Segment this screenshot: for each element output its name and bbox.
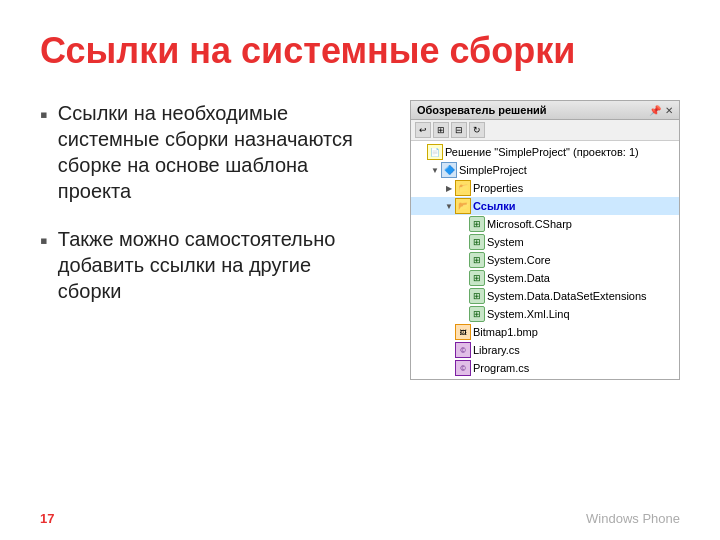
slide: Ссылки на системные сборки Ссылки на нео… — [0, 0, 720, 540]
tree-row-references[interactable]: ▼ 📂 Ссылки — [411, 197, 679, 215]
brand-label: Windows Phone — [586, 511, 680, 526]
arrow-ref-csharp — [457, 218, 469, 230]
title-buttons: 📌 ✕ — [649, 105, 673, 116]
solution-explorer-tree: 📄 Решение "SimpleProject" (проектов: 1) … — [411, 141, 679, 379]
label-file-program: Program.cs — [473, 362, 529, 374]
toolbar-icon-4[interactable]: ↻ — [469, 122, 485, 138]
label-file-bitmap: Bitmap1.bmp — [473, 326, 538, 338]
footer: 17 Windows Phone — [40, 511, 680, 526]
arrow-file-bitmap — [443, 326, 455, 338]
label-ref-system-core: System.Core — [487, 254, 551, 266]
tree-row-file-library[interactable]: © Library.cs — [411, 341, 679, 359]
arrow-solution — [415, 146, 427, 158]
toolbar-icon-3[interactable]: ⊟ — [451, 122, 467, 138]
label-ref-system-xml-linq: System.Xml.Linq — [487, 308, 570, 320]
solution-explorer-title: Обозреватель решений — [417, 104, 547, 116]
tree-row-ref-system-xml-linq[interactable]: ⊞ System.Xml.Linq — [411, 305, 679, 323]
arrow-references: ▼ — [443, 200, 455, 212]
tree-row-project[interactable]: ▼ 🔷 SimpleProject — [411, 161, 679, 179]
close-button[interactable]: ✕ — [665, 105, 673, 116]
arrow-project: ▼ — [429, 164, 441, 176]
label-references: Ссылки — [473, 200, 516, 212]
page-number: 17 — [40, 511, 54, 526]
label-solution: Решение "SimpleProject" (проектов: 1) — [445, 146, 639, 158]
toolbar-icon-2[interactable]: ⊞ — [433, 122, 449, 138]
tree-row-ref-system-data[interactable]: ⊞ System.Data — [411, 269, 679, 287]
icon-file-program: © — [455, 360, 471, 376]
tree-row-ref-csharp[interactable]: ⊞ Microsoft.CSharp — [411, 215, 679, 233]
icon-project: 🔷 — [441, 162, 457, 178]
solution-explorer-toolbar: ↩ ⊞ ⊟ ↻ — [411, 120, 679, 141]
icon-ref-csharp: ⊞ — [469, 216, 485, 232]
tree-row-properties[interactable]: ▶ 📁 Properties — [411, 179, 679, 197]
label-file-library: Library.cs — [473, 344, 520, 356]
tree-row-file-program[interactable]: © Program.cs — [411, 359, 679, 377]
icon-solution: 📄 — [427, 144, 443, 160]
icon-ref-system-core: ⊞ — [469, 252, 485, 268]
arrow-properties: ▶ — [443, 182, 455, 194]
pin-button[interactable]: 📌 — [649, 105, 661, 116]
solution-explorer-panel: Обозреватель решений 📌 ✕ ↩ ⊞ ⊟ ↻ 📄 Решен… — [410, 100, 680, 380]
bullet-text-1: Ссылки на необходимые системные сборки н… — [58, 100, 380, 204]
solution-explorer-titlebar: Обозреватель решений 📌 ✕ — [411, 101, 679, 120]
icon-properties-folder: 📁 — [455, 180, 471, 196]
label-ref-system-data: System.Data — [487, 272, 550, 284]
bullet-item-1: Ссылки на необходимые системные сборки н… — [40, 100, 380, 204]
arrow-ref-system-xml-linq — [457, 308, 469, 320]
label-ref-csharp: Microsoft.CSharp — [487, 218, 572, 230]
icon-file-library: © — [455, 342, 471, 358]
label-project: SimpleProject — [459, 164, 527, 176]
tree-row-file-bitmap[interactable]: 🖼 Bitmap1.bmp — [411, 323, 679, 341]
label-ref-system: System — [487, 236, 524, 248]
icon-ref-system-data-dse: ⊞ — [469, 288, 485, 304]
toolbar-icon-1[interactable]: ↩ — [415, 122, 431, 138]
slide-title: Ссылки на системные сборки — [40, 30, 680, 72]
bullet-text-2: Также можно самостоятельно добавить ссыл… — [58, 226, 380, 304]
icon-ref-system-xml-linq: ⊞ — [469, 306, 485, 322]
tree-row-ref-system-core[interactable]: ⊞ System.Core — [411, 251, 679, 269]
label-ref-system-data-dse: System.Data.DataSetExtensions — [487, 290, 647, 302]
arrow-file-library — [443, 344, 455, 356]
bullet-list: Ссылки на необходимые системные сборки н… — [40, 100, 380, 326]
tree-row-solution[interactable]: 📄 Решение "SimpleProject" (проектов: 1) — [411, 143, 679, 161]
arrow-ref-system — [457, 236, 469, 248]
tree-row-ref-system[interactable]: ⊞ System — [411, 233, 679, 251]
content-area: Ссылки на необходимые системные сборки н… — [40, 100, 680, 380]
arrow-ref-system-data — [457, 272, 469, 284]
bullet-item-2: Также можно самостоятельно добавить ссыл… — [40, 226, 380, 304]
arrow-ref-system-data-dse — [457, 290, 469, 302]
label-properties: Properties — [473, 182, 523, 194]
tree-row-ref-system-data-dse[interactable]: ⊞ System.Data.DataSetExtensions — [411, 287, 679, 305]
arrow-file-program — [443, 362, 455, 374]
icon-ref-system-data: ⊞ — [469, 270, 485, 286]
arrow-ref-system-core — [457, 254, 469, 266]
icon-references-folder: 📂 — [455, 198, 471, 214]
icon-file-bitmap: 🖼 — [455, 324, 471, 340]
icon-ref-system: ⊞ — [469, 234, 485, 250]
